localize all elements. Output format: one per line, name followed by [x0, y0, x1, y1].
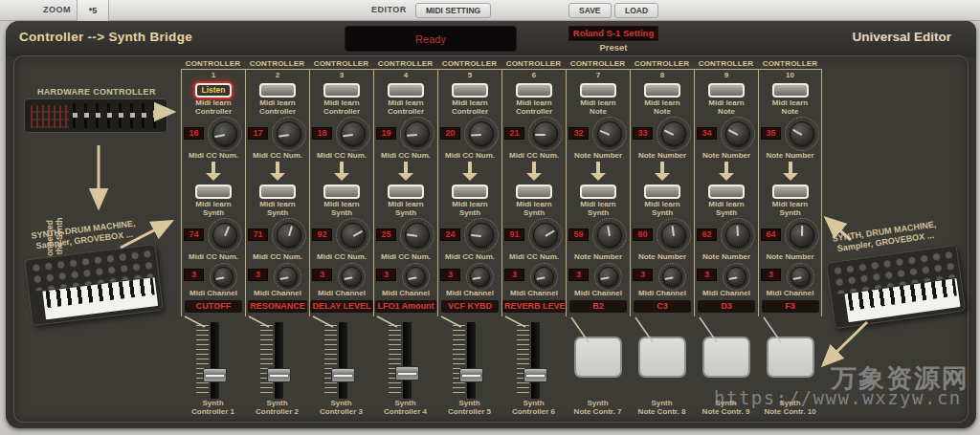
load-button[interactable]: LOAD [614, 3, 658, 18]
midi-learn-controller-button[interactable] [388, 83, 424, 98]
midi-channel-knob[interactable] [213, 267, 234, 287]
midi-channel-display: 3 [697, 269, 717, 281]
note-pad[interactable] [767, 337, 814, 378]
midi-channel-knob[interactable] [598, 267, 618, 287]
synth-number-label: Midi CC Num. [189, 252, 238, 261]
midi-learn-synth-button[interactable] [452, 185, 488, 199]
midi-learn-controller-button[interactable] [708, 83, 745, 98]
cc-number-label: Midi CC Num. [189, 151, 238, 160]
cc-number-knob[interactable] [661, 121, 686, 146]
knob-pointer [471, 134, 481, 136]
fader-handle[interactable] [203, 368, 227, 382]
midi-learn-controller-button[interactable] [580, 83, 616, 98]
cc-number-knob[interactable] [341, 121, 366, 146]
strip-number: 3 [340, 71, 344, 80]
midi-channel-knob[interactable] [406, 267, 426, 287]
note-pad[interactable] [638, 337, 686, 378]
knob-pointer [599, 130, 610, 136]
midi-learn-synth-button[interactable] [259, 185, 296, 199]
midi-learn-controller-button[interactable] [452, 83, 488, 98]
synth-number-knob[interactable] [469, 223, 494, 248]
fader-track[interactable] [467, 322, 476, 399]
synth-number-knob[interactable] [790, 223, 814, 248]
synth-number-knob[interactable] [212, 223, 237, 248]
note-pad[interactable] [574, 337, 622, 378]
note-pad[interactable] [702, 337, 750, 378]
cc-number-display: 19 [376, 127, 396, 140]
fader-handle[interactable] [523, 368, 547, 382]
midi-learn-controller-button[interactable] [323, 83, 360, 98]
knob-tick-ring [723, 263, 750, 291]
midi-learn-synth-button[interactable] [516, 185, 552, 199]
cc-number-knob[interactable] [212, 121, 237, 146]
cc-number-knob[interactable] [469, 121, 494, 146]
midi-learn-controller-button[interactable]: Listen [195, 83, 232, 98]
cc-number-knob[interactable] [790, 121, 814, 146]
fader-handle[interactable] [395, 366, 419, 381]
midi-channel-knob[interactable] [791, 267, 811, 287]
fader-handle[interactable] [267, 368, 291, 382]
cc-number-knob[interactable] [597, 121, 622, 146]
strip-bottom-label: SynthNote Contr. 8 [638, 399, 686, 416]
midi-learn-synth-button[interactable] [580, 185, 616, 199]
midi-channel-knob[interactable] [470, 267, 490, 287]
synth-number-knob[interactable] [661, 223, 686, 248]
cc-number-knob[interactable] [277, 121, 301, 146]
cc-number-label: Midi CC Num. [445, 151, 495, 160]
midi-learn-controller-button[interactable] [772, 83, 809, 98]
midi-learn-synth-button[interactable] [708, 185, 745, 199]
fader-track[interactable] [339, 322, 347, 399]
synth-number-label: Midi CC Num. [253, 252, 302, 261]
midi-learn-synth-button[interactable] [388, 185, 424, 199]
midi-learn-controller-button[interactable] [516, 83, 552, 98]
cc-number-knob[interactable] [725, 121, 750, 146]
synth-number-knob[interactable] [597, 223, 622, 248]
preset-value[interactable]: Roland S-1 Setting [568, 26, 658, 41]
cc-number-knob[interactable] [405, 121, 430, 146]
midi-channel-knob[interactable] [662, 267, 682, 287]
midi-channel-knob[interactable] [534, 267, 554, 287]
midi-channel-label: Midi Channel [382, 289, 430, 297]
fader-handle[interactable] [459, 368, 483, 382]
strip-number: 2 [276, 71, 279, 80]
synth-number-knob[interactable] [405, 223, 430, 248]
midi-learn-synth-button[interactable] [195, 185, 232, 199]
knob-tick-ring [528, 117, 563, 151]
cc-number-display: 35 [761, 127, 781, 140]
synth-number-knob[interactable] [341, 223, 366, 248]
strip-number: 8 [660, 71, 664, 80]
save-button[interactable]: SAVE [568, 3, 612, 18]
midi-channel-knob[interactable] [342, 267, 362, 287]
fader-track[interactable] [403, 322, 412, 399]
midi-channel-display: 3 [312, 269, 332, 281]
midi-learn-controller-button[interactable] [259, 83, 296, 98]
fader-track[interactable] [531, 322, 540, 399]
midi-learn-controller-button[interactable] [644, 83, 680, 98]
zoom-factor-tab[interactable]: *5 [77, 0, 109, 21]
fader-handle[interactable] [331, 368, 355, 382]
midi-learn-synth-button[interactable] [644, 185, 680, 199]
synth-number-knob[interactable] [725, 223, 750, 248]
knob-tick-ring [592, 218, 627, 252]
synth-number-knob[interactable] [277, 223, 301, 248]
synth-number-knob[interactable] [533, 223, 558, 248]
knob-pointer [728, 277, 737, 280]
knob-tick-ring [208, 218, 242, 252]
midi-channel-knob[interactable] [726, 267, 746, 287]
midi-channel-display: 3 [184, 269, 204, 281]
fader-track[interactable] [211, 322, 219, 399]
midi-learn-synth-button[interactable] [323, 185, 360, 199]
midi-learn-controller-label: Midi learnNote [772, 99, 808, 116]
midi-learn-synth-button[interactable] [772, 185, 809, 199]
assigned-parameter-badge: LFO1 Amount [375, 300, 435, 313]
cc-number-knob[interactable] [533, 121, 558, 146]
midi-channel-knob[interactable] [278, 267, 298, 287]
controller-strip: CONTROLLER 4 Midi learnController 19 Mid… [373, 59, 437, 421]
knob-pointer [672, 226, 675, 236]
app-header: Controller --> Synth Bridge Ready Roland… [6, 21, 976, 56]
midi-setting-button[interactable]: MIDI SETTING [415, 3, 491, 18]
fader-track[interactable] [275, 322, 283, 399]
hardware-controller-label: HARDWARE CONTROLLER [37, 87, 156, 97]
strip-bottom: SynthController 3 [309, 316, 373, 420]
synth-number-label: Midi CC Num. [381, 252, 431, 261]
